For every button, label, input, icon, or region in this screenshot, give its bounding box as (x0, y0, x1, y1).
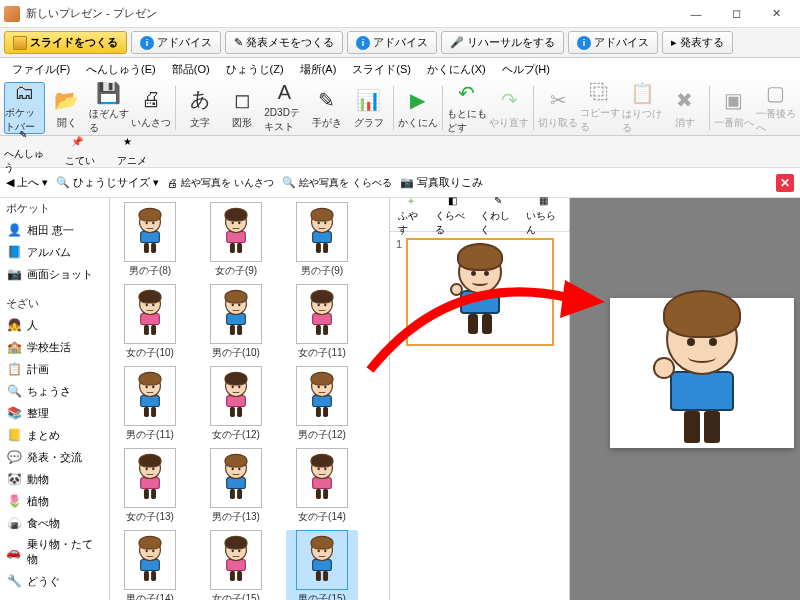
clipart-item[interactable]: 男の子(14) (114, 530, 186, 600)
clipart-item[interactable]: 女の子(9) (200, 202, 272, 278)
menu-item-5[interactable]: スライド(S) (344, 60, 419, 79)
clipart-item[interactable]: 男の子(13) (200, 448, 272, 524)
ribbon-icon: ⿻ (586, 81, 614, 104)
ribbon-label: 図形 (232, 116, 252, 130)
clipart-label: 男の子(10) (212, 346, 260, 360)
mode-tab-2[interactable]: ✎発表メモをつくる (225, 31, 343, 54)
pocket-item-2[interactable]: 📷画面ショット (0, 263, 109, 285)
sozai-item-9[interactable]: 🍙食べ物 (0, 512, 109, 534)
sozai-item-2[interactable]: 📋計画 (0, 358, 109, 380)
menu-item-4[interactable]: 場所(A) (292, 60, 345, 79)
menu-item-2[interactable]: 部品(O) (164, 60, 218, 79)
ribbon-ほぞんする[interactable]: 💾ほぞんする (89, 82, 129, 134)
ribbon-文字[interactable]: あ文字 (180, 82, 220, 134)
clipart-label: 女の子(9) (215, 264, 257, 278)
sozai-item-7[interactable]: 🐼動物 (0, 468, 109, 490)
ribbon-label: グラフ (354, 116, 384, 130)
subribbon-へんしゅう[interactable]: ✎へんしゅう (4, 129, 52, 175)
size-button[interactable]: 🔍ひょうじサイズ▾ (56, 175, 159, 190)
up-button[interactable]: ◀上へ▾ (6, 175, 48, 190)
pocket-item-1[interactable]: 📘アルバム (0, 241, 109, 263)
clipart-item[interactable]: 女の子(12) (200, 366, 272, 442)
sozai-item-5[interactable]: 📒まとめ (0, 424, 109, 446)
ribbon-かくにん[interactable]: ▶かくにん (398, 82, 438, 134)
clipart-item[interactable]: 男の子(8) (114, 202, 186, 278)
mode-tab-4[interactable]: 🎤リハーサルをする (441, 31, 564, 54)
clipart-item[interactable]: 男の子(10) (200, 284, 272, 360)
ribbon-label: 2D3Dテキスト (264, 106, 304, 134)
clipart-label: 女の子(11) (298, 346, 346, 360)
clipart-item[interactable]: 女の子(15) (200, 530, 272, 600)
category-panel: ポケット 👤相田 恵一📘アルバム📷画面ショット そざい 👧人🏫学校生活📋計画🔍ち… (0, 198, 110, 600)
ribbon-切り取る: ✂切り取る (538, 82, 578, 134)
clipart-item[interactable]: 男の子(12) (286, 366, 358, 442)
slidepane-icon: ◧ (443, 193, 461, 209)
subribbon-こてい[interactable]: 📌こてい (56, 136, 104, 168)
pocket-item-0[interactable]: 👤相田 恵一 (0, 219, 109, 241)
slidepane-くわしく[interactable]: ✎くわしく (480, 193, 515, 237)
clipart-item[interactable]: 女の子(10) (114, 284, 186, 360)
clipart-item[interactable]: 女の子(14) (286, 448, 358, 524)
menu-item-6[interactable]: かくにん(X) (419, 60, 494, 79)
compare-pic-button[interactable]: 🔍絵や写真を くらべる (282, 176, 392, 189)
category-label: 食べ物 (27, 516, 60, 531)
maximize-button[interactable]: ◻ (716, 1, 756, 27)
category-icon: 📒 (6, 427, 22, 443)
slidepane-くらべる[interactable]: ◧くらべる (435, 193, 470, 237)
ribbon-いんさつ[interactable]: 🖨いんさつ (131, 82, 171, 134)
sozai-item-1[interactable]: 🏫学校生活 (0, 336, 109, 358)
sozai-item-3[interactable]: 🔍ちょうさ (0, 380, 109, 402)
mode-tab-5[interactable]: iアドバイス (568, 31, 658, 54)
clipart-item[interactable]: 男の子(9) (286, 202, 358, 278)
ribbon-開く[interactable]: 📂開く (47, 82, 87, 134)
category-icon: 📷 (6, 266, 22, 282)
ribbon-icon: ↷ (495, 86, 523, 114)
mode-tab-6[interactable]: ▸発表する (662, 31, 733, 54)
clipart-label: 女の子(12) (212, 428, 260, 442)
minimize-button[interactable]: — (676, 1, 716, 27)
sozai-item-6[interactable]: 💬発表・交流 (0, 446, 109, 468)
menu-item-1[interactable]: へんしゅう(E) (78, 60, 164, 79)
category-icon: 🏫 (6, 339, 22, 355)
subribbon-アニメ[interactable]: ★アニメ (108, 136, 156, 168)
clipart-thumb (210, 366, 262, 426)
slide-thumbnail[interactable]: 1 (396, 238, 563, 346)
subribbon-icon: ✎ (19, 129, 37, 147)
clipart-label: 女の子(13) (126, 510, 174, 524)
sozai-item-8[interactable]: 🌷植物 (0, 490, 109, 512)
clipart-label: 男の子(13) (212, 510, 260, 524)
close-panel-button[interactable]: ✕ (776, 174, 794, 192)
mode-tab-3[interactable]: iアドバイス (347, 31, 437, 54)
clipart-item[interactable]: 女の子(13) (114, 448, 186, 524)
sozai-item-0[interactable]: 👧人 (0, 314, 109, 336)
ribbon-ポケットバー[interactable]: 🗂ポケットバー (4, 82, 45, 134)
clipart-item[interactable]: 女の子(11) (286, 284, 358, 360)
floating-preview[interactable] (610, 298, 794, 448)
menu-item-7[interactable]: ヘルプ(H) (494, 60, 558, 79)
ribbon-icon: 📊 (355, 86, 383, 114)
ribbon-図形[interactable]: ◻図形 (222, 82, 262, 134)
close-button[interactable]: ✕ (756, 1, 796, 27)
slidepane-いちらん[interactable]: ▦いちらん (526, 193, 561, 237)
clipart-label: 女の子(10) (126, 346, 174, 360)
clipart-item[interactable]: 男の子(15) (286, 530, 358, 600)
menu-item-3[interactable]: ひょうじ(Z) (218, 60, 292, 79)
category-label: 植物 (27, 494, 49, 509)
print-pic-button[interactable]: 🖨絵や写真を いんさつ (167, 177, 274, 189)
menu-item-0[interactable]: ファイル(F) (4, 60, 78, 79)
ribbon-2D3Dテキスト[interactable]: A2D3Dテキスト (264, 82, 304, 134)
clipart-item[interactable]: 男の子(11) (114, 366, 186, 442)
ribbon-もとにもどす[interactable]: ↶もとにもどす (447, 82, 487, 134)
mode-tab-0[interactable]: スライドをつくる (4, 31, 127, 54)
subribbon-icon: ★ (123, 136, 141, 154)
slidepane-ふやす[interactable]: ＋ふやす (398, 193, 425, 237)
mode-tab-1[interactable]: iアドバイス (131, 31, 221, 54)
sozai-item-10[interactable]: 🚗乗り物・たて物 (0, 534, 109, 570)
ribbon-label: かくにん (398, 116, 438, 130)
capture-button[interactable]: 📷写真取りこみ (400, 175, 483, 190)
ribbon-グラフ[interactable]: 📊グラフ (349, 82, 389, 134)
clipart-thumb (296, 284, 348, 344)
sozai-item-11[interactable]: 🔧どうぐ (0, 570, 109, 592)
ribbon-手がき[interactable]: ✎手がき (306, 82, 346, 134)
sozai-item-4[interactable]: 📚整理 (0, 402, 109, 424)
